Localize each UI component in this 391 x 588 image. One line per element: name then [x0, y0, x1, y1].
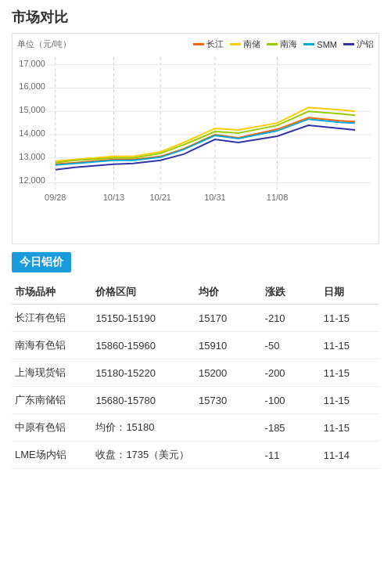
cell-range: 15680-15780	[92, 387, 196, 414]
cell-date: 11-15	[321, 359, 379, 387]
price-table: 市场品种 价格区间 均价 涨跌 日期 长江有色铝15150-1519015170…	[12, 280, 379, 469]
cell-range: 15180-15220	[92, 359, 196, 387]
cell-market: 广东南储铝	[12, 387, 92, 414]
col-header-date: 日期	[321, 280, 379, 305]
cell-market: 上海现货铝	[12, 359, 92, 387]
page-title: 市场对比	[12, 8, 379, 27]
table-row: 上海现货铝15180-1522015200-20011-15	[12, 359, 379, 387]
cell-range: 15150-15190	[92, 305, 196, 332]
table-row: 南海有色铝15860-1596015910-5011-15	[12, 332, 379, 359]
svg-text:09/28: 09/28	[45, 193, 66, 202]
table-row: 广东南储铝15680-1578015730-10011-15	[12, 387, 379, 414]
cell-market: 长江有色铝	[12, 305, 92, 332]
cell-date: 11-14	[321, 442, 379, 469]
cell-avg: 15170	[196, 305, 262, 332]
cell-range: 15860-15960	[92, 332, 196, 359]
cell-change: -185	[262, 414, 321, 442]
table-row: 中原有色铝均价：15180-18511-15	[12, 414, 379, 442]
cell-change: -210	[262, 305, 321, 332]
table-header-row: 市场品种 价格区间 均价 涨跌 日期	[12, 280, 379, 305]
col-header-change: 涨跌	[262, 280, 321, 305]
cell-date: 11-15	[321, 332, 379, 359]
svg-text:16,000: 16,000	[19, 81, 45, 91]
chart-svg: 17,000 16,000 15,000 14,000 13,000 12,00…	[13, 34, 378, 243]
svg-text:15,000: 15,000	[19, 105, 45, 114]
cell-range: 收盘：1735（美元）	[92, 442, 196, 469]
svg-text:17,000: 17,000	[19, 59, 45, 68]
col-header-avg: 均价	[196, 280, 262, 305]
cell-change: -50	[262, 332, 321, 359]
svg-text:12,000: 12,000	[19, 175, 45, 185]
cell-market: 南海有色铝	[12, 332, 92, 359]
svg-text:13,000: 13,000	[19, 152, 45, 161]
col-header-range: 价格区间	[92, 280, 196, 305]
cell-date: 11-15	[321, 414, 379, 442]
svg-text:10/13: 10/13	[103, 193, 124, 202]
cell-avg: 15910	[196, 332, 262, 359]
cell-date: 11-15	[321, 305, 379, 332]
cell-avg: 15200	[196, 359, 262, 387]
cell-date: 11-15	[321, 387, 379, 414]
chart-svg-area: 17,000 16,000 15,000 14,000 13,000 12,00…	[13, 34, 378, 243]
table-row: 长江有色铝15150-1519015170-21011-15	[12, 305, 379, 332]
cell-avg	[196, 414, 262, 442]
svg-text:11/08: 11/08	[267, 193, 288, 202]
cell-change: -200	[262, 359, 321, 387]
cell-avg: 15730	[196, 387, 262, 414]
cell-market: LME场内铝	[12, 442, 92, 469]
cell-market: 中原有色铝	[12, 414, 92, 442]
svg-text:14,000: 14,000	[19, 128, 45, 138]
cell-avg	[196, 442, 262, 469]
svg-text:10/31: 10/31	[204, 193, 225, 202]
cell-change: -100	[262, 387, 321, 414]
col-header-market: 市场品种	[12, 280, 92, 305]
table-row: LME场内铝收盘：1735（美元）-1111-14	[12, 442, 379, 469]
cell-change: -11	[262, 442, 321, 469]
svg-text:10/21: 10/21	[149, 193, 170, 202]
cell-range: 均价：15180	[92, 414, 196, 442]
page-container: 市场对比 单位（元/吨） 长江 南储 南海 SMM 沪铝	[0, 0, 391, 477]
today-price-header: 今日铝价	[12, 252, 71, 272]
chart-container: 单位（元/吨） 长江 南储 南海 SMM 沪铝	[12, 33, 379, 244]
